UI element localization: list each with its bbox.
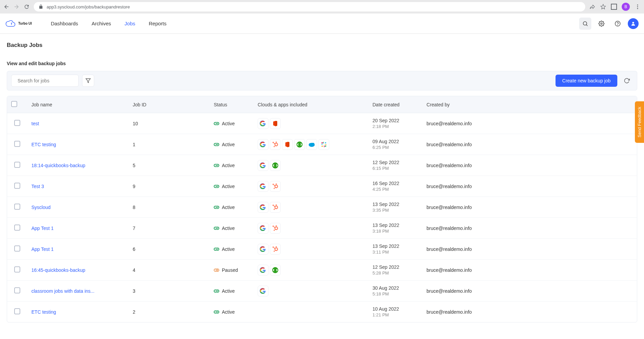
col-apps[interactable]: Clouds & apps included: [254, 96, 368, 113]
job-id: 7: [129, 218, 210, 239]
filter-button[interactable]: [82, 75, 94, 87]
job-name-link[interactable]: App Test 1: [31, 226, 54, 231]
job-id: 2: [129, 302, 210, 322]
job-name-link[interactable]: classroom jobs with data ins...: [31, 288, 95, 294]
extensions-icon[interactable]: [611, 4, 617, 10]
star-icon[interactable]: [600, 4, 606, 10]
search-input[interactable]: [18, 78, 77, 83]
office-icon: [270, 118, 281, 129]
job-name-link[interactable]: Test 3: [31, 184, 44, 189]
row-checkbox[interactable]: [14, 287, 20, 293]
row-checkbox[interactable]: [14, 266, 20, 272]
send-feedback-tab[interactable]: Send Feedback: [635, 101, 644, 143]
nav-settings-button[interactable]: [595, 18, 608, 30]
time-created: 4:25 PM: [372, 187, 418, 192]
date-created: 13 Sep 2022: [372, 223, 418, 228]
nav-dashboards[interactable]: Dashboards: [51, 21, 78, 26]
job-name-link[interactable]: 18:14-quickbooks-backup: [31, 163, 85, 168]
google-icon: [258, 223, 268, 234]
svg-point-3: [11, 23, 12, 24]
col-job-name[interactable]: Job name: [27, 96, 129, 113]
time-created: 3:35 PM: [372, 208, 418, 213]
col-status[interactable]: Status: [210, 96, 254, 113]
nav-help-button[interactable]: [612, 18, 624, 30]
date-created: 12 Sep 2022: [372, 264, 418, 270]
refresh-button[interactable]: [621, 75, 633, 87]
col-job-id[interactable]: Job ID: [129, 96, 210, 113]
address-bar[interactable]: app3.syscloud.com/jobs/backupandrestore: [34, 2, 585, 11]
back-icon[interactable]: [3, 4, 9, 10]
date-created: 10 Aug 2022: [372, 306, 418, 312]
svg-point-5: [601, 23, 602, 24]
create-backup-job-button[interactable]: Create new backup job: [556, 75, 617, 87]
job-id: 3: [129, 281, 210, 302]
created-by: bruce@realdemo.info: [422, 176, 637, 197]
row-checkbox[interactable]: [14, 183, 20, 189]
reload-icon[interactable]: [24, 4, 30, 10]
row-checkbox[interactable]: [14, 120, 20, 126]
share-icon[interactable]: [589, 4, 595, 10]
table-row: 16:45-quickbooks-backup 4 Paused 12 Sep …: [7, 260, 637, 281]
table-row: App Test 1 7 Active 13 Sep 20223:18 PM b…: [7, 218, 637, 239]
job-name-link[interactable]: ETC testing: [31, 309, 56, 315]
created-by: bruce@realdemo.info: [422, 155, 637, 176]
row-checkbox[interactable]: [14, 162, 20, 168]
app-nav: Turbo UI Dashboards Archives Jobs Report…: [0, 14, 644, 34]
job-name-link[interactable]: 16:45-quickbooks-backup: [31, 267, 85, 273]
col-date[interactable]: Date created: [368, 96, 422, 113]
job-id: 8: [129, 197, 210, 218]
table-row: 18:14-quickbooks-backup 5 Active 12 Sep …: [7, 155, 637, 176]
created-by: bruce@realdemo.info: [422, 134, 637, 155]
table-row: test 10 Active 20 Sep 20222:18 PM bruce@…: [7, 113, 637, 134]
nav-jobs[interactable]: Jobs: [125, 21, 135, 26]
row-checkbox[interactable]: [14, 225, 20, 231]
google-icon: [258, 244, 268, 255]
svg-point-2: [637, 8, 638, 9]
status-text: Active: [222, 163, 235, 168]
google-icon: [258, 202, 268, 213]
forward-icon[interactable]: [14, 4, 20, 10]
browser-profile-avatar[interactable]: B: [622, 3, 630, 11]
job-name-link[interactable]: Syscloud: [31, 205, 51, 210]
google-icon: [258, 160, 268, 171]
row-checkbox[interactable]: [14, 141, 20, 147]
job-name-link[interactable]: App Test 1: [31, 246, 54, 252]
created-by: bruce@realdemo.info: [422, 113, 637, 134]
select-all-checkbox[interactable]: [11, 101, 17, 107]
slack-icon: [318, 139, 329, 150]
created-by: bruce@realdemo.info: [422, 281, 637, 302]
table-row: classroom jobs with data ins... 3 Active…: [7, 281, 637, 302]
quickbooks-icon: [294, 139, 305, 150]
nav-archives[interactable]: Archives: [92, 21, 111, 26]
active-icon: [214, 288, 220, 294]
status-text: Active: [222, 288, 235, 294]
page-title: Backup Jobs: [7, 42, 637, 49]
hubspot-icon: [270, 244, 281, 255]
filter-icon: [85, 78, 91, 83]
google-icon: [258, 181, 268, 192]
row-checkbox[interactable]: [14, 245, 20, 252]
nav-search-button[interactable]: [579, 18, 591, 30]
app-icons: [258, 160, 364, 171]
search-box[interactable]: [11, 75, 79, 87]
svg-point-7: [618, 25, 618, 25]
nav-reports[interactable]: Reports: [149, 21, 166, 26]
svg-point-8: [632, 22, 634, 23]
created-by: bruce@realdemo.info: [422, 302, 637, 322]
status-text: Active: [222, 246, 235, 252]
profile-button[interactable]: [628, 18, 639, 29]
date-created: 13 Sep 2022: [372, 202, 418, 207]
table-row: ETC testing 2 Active 10 Aug 20221:21 PM …: [7, 302, 637, 322]
google-icon: [258, 286, 268, 296]
date-created: 20 Sep 2022: [372, 118, 418, 123]
job-id: 5: [129, 155, 210, 176]
row-checkbox[interactable]: [14, 204, 20, 210]
col-created-by[interactable]: Created by: [422, 96, 637, 113]
job-name-link[interactable]: ETC testing: [31, 142, 56, 147]
row-checkbox[interactable]: [14, 308, 20, 314]
time-created: 1:21 PM: [372, 312, 418, 317]
logo[interactable]: Turbo UI: [5, 19, 32, 28]
table-row: Syscloud 8 Active 13 Sep 20223:35 PM bru…: [7, 197, 637, 218]
job-name-link[interactable]: test: [31, 121, 39, 126]
menu-dots-icon[interactable]: [635, 4, 641, 10]
